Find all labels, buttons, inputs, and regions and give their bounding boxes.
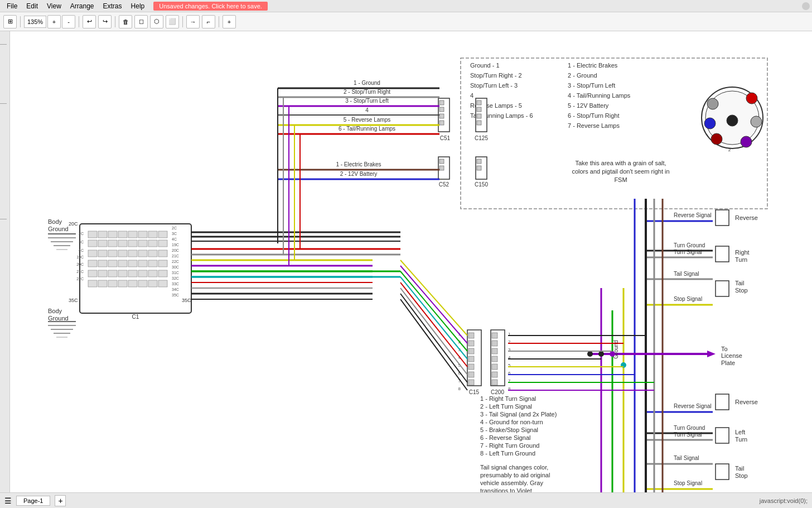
format-btn1[interactable]: ◻ (134, 15, 148, 28)
svg-text:3 - Stop/Turn Left: 3 - Stop/Turn Left (345, 98, 389, 104)
svg-rect-69 (148, 231, 157, 238)
undo-btn[interactable]: ↩ (83, 15, 96, 28)
zoom-input[interactable] (24, 16, 46, 28)
svg-point-253 (598, 351, 604, 357)
svg-text:19C: 19C (172, 243, 179, 247)
svg-rect-77 (148, 240, 157, 247)
svg-text:vehicle assembly. Gray: vehicle assembly. Gray (480, 480, 543, 486)
svg-rect-46 (477, 166, 481, 170)
svg-rect-109 (148, 280, 157, 287)
delete-btn[interactable]: 🗑 (119, 15, 132, 28)
svg-text:2 - Left Turn Signal: 2 - Left Turn Signal (480, 403, 532, 410)
svg-text:7 - Right Turn Ground: 7 - Right Turn Ground (480, 442, 539, 449)
hamburger-btn[interactable]: ☰ (4, 496, 12, 505)
add-page-button[interactable]: + (55, 495, 66, 506)
svg-rect-107 (128, 280, 137, 287)
svg-rect-70 (158, 231, 167, 238)
svg-rect-89 (108, 260, 117, 267)
canvas-area[interactable]: 2 Ground - 1 Stop/Turn Right - 2 Stop/Tu… (10, 31, 812, 492)
menu-edit[interactable]: Edit (22, 1, 42, 11)
svg-text:30C: 30C (172, 265, 179, 269)
svg-text:3 - Stop/Turn Left: 3 - Stop/Turn Left (568, 82, 615, 89)
zoom-in-btn[interactable]: + (47, 15, 61, 28)
svg-text:C125: C125 (475, 135, 488, 141)
menu-view[interactable]: View (42, 1, 66, 11)
svg-rect-103 (88, 280, 97, 287)
window-controls (802, 2, 810, 10)
page-layout-btn[interactable]: ⊞ (3, 15, 17, 28)
svg-rect-63 (88, 231, 97, 238)
svg-text:Ground - 1: Ground - 1 (470, 62, 500, 69)
svg-point-10 (741, 136, 752, 147)
svg-text:Ground: Ground (48, 315, 69, 322)
menu-help[interactable]: Help (127, 1, 149, 11)
left-panel-handle[interactable]: │ (0, 42, 6, 46)
svg-rect-205 (716, 210, 729, 226)
redo-btn[interactable]: ↪ (98, 15, 112, 28)
menu-file[interactable]: File (2, 1, 22, 11)
svg-rect-175 (468, 372, 474, 377)
svg-rect-179 (492, 333, 497, 338)
left-panel-handle2[interactable]: │ (0, 102, 6, 105)
svg-rect-45 (477, 159, 481, 164)
svg-rect-183 (492, 364, 497, 370)
svg-text:Turn Signal: Turn Signal (674, 249, 702, 255)
page-tab[interactable]: Page-1 (16, 496, 50, 506)
svg-rect-184 (492, 372, 497, 377)
svg-text:2: 2 (728, 147, 731, 152)
svg-rect-85 (148, 250, 157, 257)
svg-rect-66 (118, 231, 127, 238)
svg-rect-73 (108, 240, 117, 247)
svg-text:Body: Body (48, 308, 62, 314)
svg-text:2 - Ground: 2 - Ground (568, 72, 597, 79)
svg-rect-80 (98, 250, 107, 257)
add-btn[interactable]: + (223, 15, 236, 28)
svg-rect-105 (108, 280, 117, 287)
arrow-btn[interactable]: → (186, 15, 200, 28)
svg-text:Left: Left (735, 429, 745, 435)
svg-rect-32 (439, 121, 444, 125)
window-resize-btn[interactable] (802, 2, 810, 10)
svg-rect-110 (158, 280, 167, 287)
svg-text:C1: C1 (132, 314, 139, 320)
svg-rect-68 (138, 231, 147, 238)
format-btn2[interactable]: ⬡ (150, 15, 163, 28)
left-panel-handle3[interactable]: │ (0, 217, 6, 221)
svg-rect-82 (118, 250, 127, 257)
svg-text:presumably to aid original: presumably to aid original (480, 472, 550, 478)
svg-text:20C: 20C (69, 221, 78, 227)
svg-text:Turn Signal: Turn Signal (674, 432, 702, 438)
diagram-svg: 2 Ground - 1 Stop/Turn Right - 2 Stop/Tu… (10, 31, 812, 492)
svg-text:35C: 35C (182, 298, 191, 303)
svg-rect-81 (108, 250, 117, 257)
svg-text:Tail Signal: Tail Signal (674, 455, 699, 461)
elbow-btn[interactable]: ⌐ (202, 15, 215, 28)
svg-text:Stop/Turn Left - 3: Stop/Turn Left - 3 (470, 82, 518, 89)
svg-text:colors and pigtail don't seem : colors and pigtail don't seem right in (572, 168, 669, 175)
svg-text:4C: 4C (79, 248, 84, 252)
status-url: javascript:void(0); (760, 497, 808, 504)
svg-text:7 - Reverse Lamps: 7 - Reverse Lamps (568, 122, 620, 129)
svg-text:35C: 35C (172, 293, 179, 297)
svg-text:Right: Right (735, 249, 750, 256)
zoom-out-btn[interactable]: - (62, 15, 75, 28)
svg-rect-30 (439, 107, 444, 112)
svg-text:1 - Ground: 1 - Ground (354, 80, 380, 86)
svg-rect-41 (439, 159, 444, 164)
svg-text:Turn Ground: Turn Ground (674, 242, 705, 248)
svg-text:6 - Tail/Running Lamps: 6 - Tail/Running Lamps (339, 126, 395, 132)
unsaved-banner[interactable]: Unsaved changes. Click here to save. (153, 2, 268, 11)
menu-extras[interactable]: Extras (99, 1, 127, 11)
menu-arrange[interactable]: Arrange (66, 1, 99, 11)
svg-rect-100 (138, 270, 147, 277)
format-btn3[interactable]: ⬜ (166, 15, 179, 28)
svg-text:Turn: Turn (735, 256, 747, 263)
svg-rect-106 (118, 280, 127, 287)
svg-text:Stop Signal: Stop Signal (674, 296, 702, 302)
svg-point-5 (746, 93, 757, 104)
svg-rect-91 (128, 260, 137, 267)
svg-text:20C: 20C (172, 248, 179, 252)
svg-rect-75 (128, 240, 137, 247)
svg-text:1 - Right Turn Signal: 1 - Right Turn Signal (480, 395, 536, 402)
svg-text:Body: Body (48, 218, 62, 225)
